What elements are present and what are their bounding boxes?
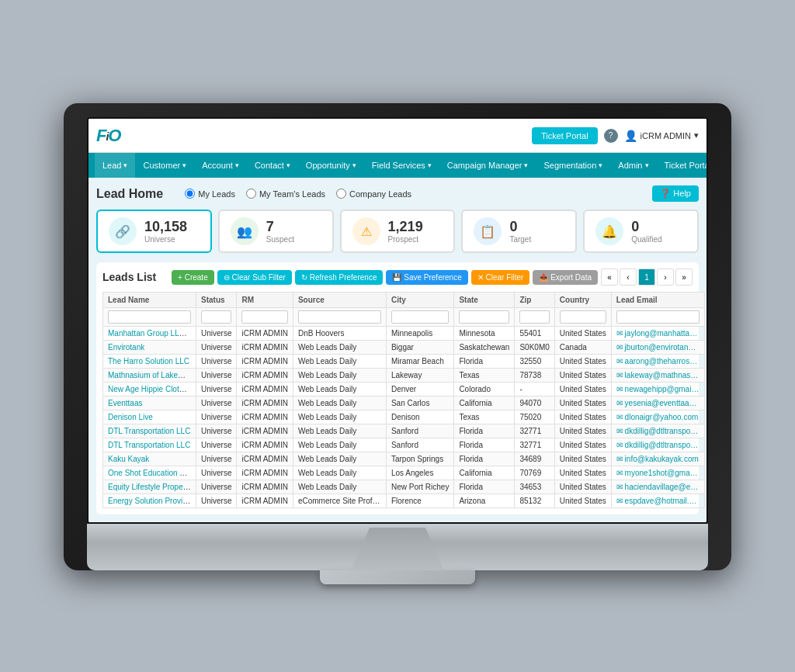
stat-qualified[interactable]: 🔔 0 Qualified [583, 210, 699, 253]
user-dropdown[interactable]: 👤 iCRM ADMIN ▾ [624, 130, 699, 142]
filter-lead-name[interactable] [103, 308, 196, 327]
cell-lead-name[interactable]: Denison Live [103, 410, 196, 424]
nav-item-lead[interactable]: Lead ▾ [95, 153, 135, 178]
current-page-button[interactable]: 1 [638, 268, 655, 286]
nav-item-account[interactable]: Account ▾ [194, 153, 247, 178]
cell-country: United States [554, 438, 611, 452]
cell-zip: 34653 [515, 480, 554, 494]
nav-field-arrow: ▾ [428, 161, 432, 169]
filter-status[interactable] [196, 308, 237, 327]
monitor-bottom [87, 524, 708, 570]
filter-state[interactable] [454, 308, 515, 327]
cell-country: United States [554, 383, 611, 397]
table-row: DTL Transportation LLC Universe iCRM ADM… [103, 438, 705, 452]
filter-country[interactable] [554, 308, 611, 327]
stat-universe[interactable]: 🔗 10,158 Universe [96, 210, 212, 253]
filter-email[interactable] [611, 308, 704, 327]
prev-page-button[interactable]: ‹ [620, 268, 637, 286]
cell-rm: iCRM ADMIN [237, 480, 293, 494]
next-page-button[interactable]: › [657, 268, 674, 286]
col-status: Status [196, 293, 237, 308]
cell-email[interactable]: ✉ espdave@hotmail.com [611, 494, 704, 508]
nav-item-ticket-portal[interactable]: Ticket Portal ▾ [657, 153, 709, 178]
table-row: New Age Hippie Clothing Co. Universe iCR… [103, 383, 705, 397]
cell-email[interactable]: ✉ info@kakukayak.com [611, 452, 704, 466]
cell-email[interactable]: ✉ dkdillig@dtltransportation.com [611, 438, 704, 452]
cell-email[interactable]: ✉ dlonaigr@yahoo.com [611, 410, 704, 424]
create-button[interactable]: + Create [172, 270, 214, 285]
cell-source: Web Leads Daily [293, 355, 386, 369]
cell-source: Web Leads Daily [293, 452, 386, 466]
stat-prospect[interactable]: ⚠ 1,219 Prospect [340, 210, 456, 253]
last-page-button[interactable]: » [675, 268, 693, 286]
cell-country: United States [554, 369, 611, 383]
table-filter-row [103, 308, 705, 327]
cell-email[interactable]: ✉ aarong@theharrosolution.com [611, 355, 704, 369]
clear-sub-filter-button[interactable]: ⊖ Clear Sub Filter [217, 270, 292, 285]
cell-lead-name[interactable]: Envirotank [103, 341, 196, 355]
filter-source[interactable] [293, 308, 386, 327]
cell-country: United States [554, 355, 611, 369]
save-preference-button[interactable]: 💾 Save Preference [386, 270, 467, 285]
company-leads-radio[interactable]: Company Leads [336, 189, 411, 199]
filter-city[interactable] [386, 308, 453, 327]
help-button[interactable]: ❓ Help [652, 185, 699, 202]
cell-lead-name[interactable]: Manhattan Group LLC (Manhattan Toy) [103, 327, 196, 341]
cell-city: New Port Richey [386, 480, 453, 494]
cell-email[interactable]: ✉ jaylong@manhattantoy.com [611, 327, 704, 341]
cell-rm: iCRM ADMIN [237, 438, 293, 452]
cell-rm: iCRM ADMIN [237, 424, 293, 438]
cell-city: Los Angeles [386, 466, 453, 480]
cell-city: Lakeway [386, 369, 453, 383]
cell-email[interactable]: ✉ jburton@envirotank.com [611, 341, 704, 355]
cell-email[interactable]: ✉ myone1shot@gmail.com [611, 466, 704, 480]
nav-item-customer[interactable]: Customer ▾ [135, 153, 194, 178]
clear-filter-button[interactable]: ✕ Clear Filter [471, 270, 530, 285]
my-team-leads-radio[interactable]: My Team's Leads [246, 189, 325, 199]
nav-item-campaign-manager[interactable]: Campaign Manager ▾ [439, 153, 536, 178]
filter-rm[interactable] [237, 308, 293, 327]
cell-lead-name[interactable]: Mathnasium of Lakeway [103, 369, 196, 383]
cell-city: Miramar Beach [386, 355, 453, 369]
nav-item-admin[interactable]: Admin ▾ [610, 153, 656, 178]
nav-item-contact[interactable]: Contact ▾ [247, 153, 298, 178]
nav-item-field-services[interactable]: Field Services ▾ [364, 153, 439, 178]
nav-account-arrow: ▾ [235, 161, 239, 169]
cell-lead-name[interactable]: Energy Solution Providers LLC [103, 494, 196, 508]
export-data-button[interactable]: 📤 Export Data [533, 270, 598, 285]
filter-zip[interactable] [515, 308, 554, 327]
cell-lead-name[interactable]: One Shot Education LLC [103, 466, 196, 480]
pagination: « ‹ 1 › » [601, 268, 693, 286]
cell-lead-name[interactable]: New Age Hippie Clothing Co. [103, 383, 196, 397]
stat-target[interactable]: 📋 0 Target [461, 210, 577, 253]
cell-email[interactable]: ✉ dkdillig@dtltransportation.com [611, 424, 704, 438]
table-row: Envirotank Universe iCRM ADMIN Web Leads… [103, 341, 705, 355]
cell-lead-name[interactable]: DTL Transportation LLC [103, 438, 196, 452]
cell-lead-name[interactable]: DTL Transportation LLC [103, 424, 196, 438]
my-leads-radio[interactable]: My Leads [185, 189, 235, 199]
cell-email[interactable]: ✉ yesenia@eventtaas.com [611, 397, 704, 410]
suspect-label: Suspect [266, 235, 294, 244]
suspect-icon: 👥 [231, 217, 259, 245]
cell-rm: iCRM ADMIN [237, 410, 293, 424]
cell-status: Universe [196, 355, 237, 369]
nav-item-segmentation[interactable]: Segmentation ▾ [536, 153, 610, 178]
first-page-button[interactable]: « [601, 268, 618, 286]
cell-lead-name[interactable]: Equity Lifestyle Properties Inc. [103, 480, 196, 494]
ticket-portal-header-button[interactable]: Ticket Portal [532, 127, 598, 144]
leads-table: Lead Name Status RM Source City State Zi… [102, 292, 705, 508]
stat-suspect[interactable]: 👥 7 Suspect [218, 210, 334, 253]
refresh-preference-button[interactable]: ↻ Refresh Preference [295, 270, 384, 285]
cell-lead-name[interactable]: The Harro Solution LLC [103, 355, 196, 369]
cell-state: California [454, 466, 515, 480]
monitor-wrapper: FiO Ticket Portal ? 👤 iCRM ADMIN ▾ Lead … [64, 103, 731, 584]
cell-lead-name[interactable]: Eventtaas [103, 397, 196, 410]
cell-state: Texas [454, 410, 515, 424]
cell-email[interactable]: ✉ lakeway@mathnasium.com [611, 369, 704, 383]
cell-lead-name[interactable]: Kaku Kayak [103, 452, 196, 466]
user-arrow-icon: ▾ [694, 130, 699, 140]
nav-item-opportunity[interactable]: Opportunity ▾ [298, 153, 364, 178]
cell-email[interactable]: ✉ haciendavillage@equitylifestyle.c [611, 480, 704, 494]
cell-email[interactable]: ✉ newagehipp@gmail.com [611, 383, 704, 397]
table-row: Denison Live Universe iCRM ADMIN Web Lea… [103, 410, 705, 424]
